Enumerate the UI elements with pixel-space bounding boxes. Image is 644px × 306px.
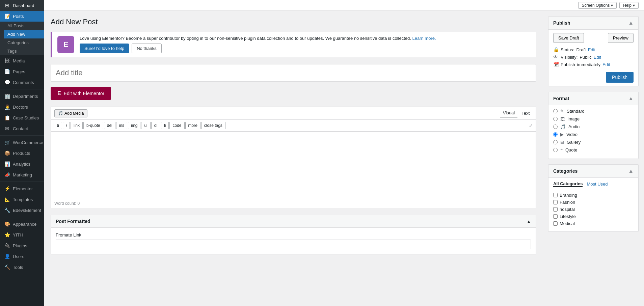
category-lifestyle-checkbox[interactable] <box>553 214 558 219</box>
sidebar-item-tools[interactable]: 🔨 Tools <box>0 262 44 273</box>
help-chevron: ▾ <box>633 3 635 8</box>
sidebar-item-add-new[interactable]: Add New <box>4 30 44 38</box>
sidebar-item-marketing[interactable]: 📣 Marketing <box>0 169 44 180</box>
category-branding-checkbox[interactable] <box>553 193 558 197</box>
visibility-edit-link[interactable]: Edit <box>594 55 601 60</box>
format-panel-toggle[interactable]: ▲ <box>628 95 634 102</box>
toolbar-more[interactable]: more <box>185 122 200 129</box>
sidebar-item-comments[interactable]: 💬 Comments <box>0 77 44 88</box>
format-image: 🖼 Image <box>553 116 634 121</box>
case-studies-icon: 📋 <box>4 115 10 120</box>
screen-options-button[interactable]: Screen Options ▾ <box>578 2 617 9</box>
format-quote-radio[interactable] <box>553 148 558 152</box>
category-fashion-label: Fashion <box>560 200 575 205</box>
sidebar-item-dashboard[interactable]: ⊞ Dashboard <box>0 0 44 11</box>
sidebar-item-appearance[interactable]: 🎨 Appearance <box>0 219 44 229</box>
sidebar-item-woocommerce[interactable]: 🛒 WooCommerce <box>0 137 44 148</box>
most-used-tab[interactable]: Most Used <box>587 181 608 187</box>
toolbar-italic[interactable]: i <box>63 122 70 129</box>
dashboard-icon: ⊞ <box>4 3 10 8</box>
format-standard-radio[interactable] <box>553 109 558 113</box>
all-categories-tab[interactable]: All Categories <box>553 181 583 187</box>
publish-panel-toggle[interactable]: ▲ <box>628 20 634 26</box>
format-image-radio[interactable] <box>553 117 558 121</box>
publish-edit-link[interactable]: Edit <box>602 62 610 67</box>
toolbar-del[interactable]: del <box>104 122 115 129</box>
sidebar: ⊞ Dashboard 📝 Posts All Posts Add New Ca… <box>0 0 44 306</box>
sidebar-item-elementor[interactable]: ⚡ Elementor <box>0 183 44 194</box>
sidebar-item-label: Pages <box>13 69 25 74</box>
categories-panel-toggle[interactable]: ▲ <box>628 168 634 174</box>
toolbar-expand-button[interactable]: ⤢ <box>529 123 533 128</box>
editor-area: Add New Post E Love using Elementor? Bec… <box>44 11 543 306</box>
format-gallery-radio[interactable] <box>553 140 558 144</box>
add-media-button[interactable]: 🎵 Add Media <box>54 109 87 117</box>
sidebar-item-bdevselement[interactable]: 🔧 BdevsElement <box>0 205 44 216</box>
publish-panel-body: Save Draft Preview 🔒 Status: Draft Edit … <box>548 30 638 86</box>
status-value: Draft <box>576 47 586 52</box>
post-title-input[interactable] <box>51 64 536 82</box>
sidebar-item-templates[interactable]: 📐 Templates <box>0 194 44 205</box>
category-medical-checkbox[interactable] <box>553 221 558 226</box>
toolbar-ins[interactable]: ins <box>116 122 127 129</box>
visibility-value: Public <box>580 55 591 60</box>
text-tab[interactable]: Text <box>519 109 532 117</box>
sidebar-item-all-posts[interactable]: All Posts <box>4 22 44 30</box>
preview-button[interactable]: Preview <box>608 33 634 43</box>
elementor-logo: E <box>57 36 74 53</box>
toolbar-bquote[interactable]: b-quote <box>83 122 103 129</box>
sidebar-item-analytics[interactable]: 📊 Analytics <box>0 159 44 169</box>
save-draft-button[interactable]: Save Draft <box>553 33 584 43</box>
toolbar-bold[interactable]: b <box>54 122 62 129</box>
notice-help-button[interactable]: Sure! I'd love to help <box>80 44 129 53</box>
sidebar-item-yith[interactable]: ⭐ YITH <box>0 229 44 240</box>
format-image-label: Image <box>567 116 580 121</box>
sidebar-item-pages[interactable]: 📄 Pages <box>0 66 44 77</box>
visual-tab[interactable]: Visual <box>500 109 517 117</box>
status-edit-link[interactable]: Edit <box>588 47 595 52</box>
toolbar-li[interactable]: li <box>161 122 169 129</box>
elementor-logo-text: E <box>63 40 69 49</box>
category-hospital-checkbox[interactable] <box>553 207 558 212</box>
format-gallery: ⊞ Gallery <box>553 140 634 145</box>
edit-with-elementor-button[interactable]: E Edit with Elementor <box>51 87 111 100</box>
toolbar-link[interactable]: link <box>71 122 83 129</box>
sidebar-item-label: Posts <box>13 14 24 19</box>
bdevselement-icon: 🔧 <box>4 207 10 213</box>
format-video-radio[interactable] <box>553 132 558 137</box>
sidebar-item-categories[interactable]: Categories <box>4 38 44 47</box>
sidebar-item-departments[interactable]: 🏢 Departments <box>0 91 44 102</box>
fromate-link-input[interactable] <box>56 240 531 249</box>
sidebar-item-media[interactable]: 🖼 Media <box>0 55 44 66</box>
help-button[interactable]: Help ▾ <box>619 2 639 9</box>
sidebar-item-label: Categories <box>7 40 29 45</box>
toolbar-img[interactable]: img <box>128 122 140 129</box>
toolbar-code[interactable]: code <box>169 122 184 129</box>
editor-content[interactable] <box>51 132 536 199</box>
content-area: Add New Post E Love using Elementor? Bec… <box>44 11 644 306</box>
sidebar-divider-4 <box>0 217 44 217</box>
toolbar-ol[interactable]: ol <box>151 122 160 129</box>
add-media-label: Add Media <box>64 111 84 116</box>
fromate-link-field: Fromate Link <box>56 232 531 249</box>
sidebar-item-doctors[interactable]: 👨‍⚕️ Doctors <box>0 102 44 112</box>
image-icon: 🖼 <box>560 116 565 121</box>
sidebar-item-posts[interactable]: 📝 Posts <box>0 11 44 22</box>
format-audio-radio[interactable] <box>553 124 558 129</box>
publish-panel-header: Publish ▲ <box>548 17 638 30</box>
sidebar-item-contact[interactable]: ✉ Contact <box>0 123 44 134</box>
sidebar-item-case-studies[interactable]: 📋 Case Studies <box>0 112 44 123</box>
notice-learn-more[interactable]: Learn more. <box>412 36 436 41</box>
sidebar-item-label: Contact <box>13 126 28 131</box>
category-branding: Branding <box>553 193 634 198</box>
toolbar-close-tags[interactable]: close tags <box>201 122 225 129</box>
publish-button[interactable]: Publish <box>606 72 634 83</box>
category-fashion-checkbox[interactable] <box>553 200 558 204</box>
notice-no-thanks-button[interactable]: No thanks <box>132 44 162 53</box>
toolbar-ul[interactable]: ul <box>141 122 150 129</box>
sidebar-item-products[interactable]: 📦 Products <box>0 148 44 159</box>
sidebar-item-users[interactable]: 👤 Users <box>0 251 44 262</box>
sidebar-item-tags[interactable]: Tags <box>4 47 44 55</box>
sidebar-item-plugins[interactable]: 🔌 Plugins <box>0 240 44 251</box>
post-formatted-header[interactable]: Post Formatted ▲ <box>51 215 536 228</box>
